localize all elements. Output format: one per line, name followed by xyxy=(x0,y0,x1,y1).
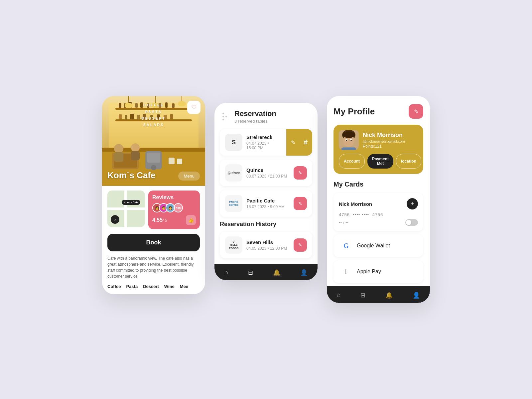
pacific-datetime: 16.07.2023 • 9:00 AM xyxy=(246,204,290,209)
my-cards-title: My Cards xyxy=(333,181,423,188)
dots-icon xyxy=(220,110,230,123)
credit-card-item: Nick Morrison + 4756 •••• •••• 4756 •• /… xyxy=(333,193,423,231)
menu-tags: Coffee Pasta Dessert Wine Mee xyxy=(107,284,200,289)
tag-more[interactable]: Mee xyxy=(180,284,188,289)
location-button[interactable]: location xyxy=(396,154,421,169)
streirereck-info: Streirereck 04.07.2023 • 15:00 PM xyxy=(246,134,279,150)
quince-datetime: 08.07.2023 • 21:00 PM xyxy=(246,174,290,179)
svg-rect-13 xyxy=(172,103,175,108)
svg-point-40 xyxy=(131,143,140,152)
card-top-row: Nick Morrison + xyxy=(339,198,418,209)
reservation-card-sevenhills: 7HILLSFOODS Seven Hills 04.05.2023 • 12:… xyxy=(220,232,312,258)
pacific-logo: PACIFICCOFFEE xyxy=(225,195,242,212)
cafe-hero-image: ♡ COFFEEPASTADESSERTSALADS Kom`s Cafe Me… xyxy=(102,96,205,186)
thumbs-up-button[interactable]: 👍 xyxy=(186,215,196,225)
avatar-more: +86 xyxy=(174,203,183,212)
streirereck-datetime: 04.07.2023 • 15:00 PM xyxy=(246,141,279,150)
nav3-bookmarks-icon[interactable]: ⊟ xyxy=(360,292,365,299)
screen-reservations: Reservation 3 reserved tables S Streirer… xyxy=(214,103,318,280)
nav3-profile-icon[interactable]: 👤 xyxy=(413,292,420,299)
svg-rect-7 xyxy=(135,103,138,108)
book-button[interactable]: Book xyxy=(107,234,200,251)
quince-info: Quince 08.07.2023 • 21:00 PM xyxy=(246,167,290,179)
map-background: Kom`s Cafe › xyxy=(107,191,145,227)
tag-coffee[interactable]: Coffee xyxy=(107,284,121,289)
profile-title: My Profile xyxy=(333,106,375,117)
sevenhills-edit-button[interactable]: ✎ xyxy=(294,238,307,252)
edit-profile-button[interactable]: ✎ xyxy=(409,104,423,119)
screen3-bottom-nav: ⌂ ⊟ 🔔 👤 xyxy=(327,286,430,303)
streirereck-logo: S xyxy=(225,134,242,151)
screen2-bottom-nav: ⌂ ⊟ 🔔 👤 xyxy=(214,264,318,280)
google-wallet-item[interactable]: G Google Wallet xyxy=(333,234,423,257)
svg-point-38 xyxy=(114,144,123,153)
reservation-card-streirereck: S Streirereck 04.07.2023 • 15:00 PM ✎ 🗑 xyxy=(220,129,312,156)
account-button[interactable]: Account xyxy=(339,154,365,169)
svg-rect-51 xyxy=(341,148,356,150)
apple-pay-label: Apple Pay xyxy=(357,269,381,275)
map-reviews-row: Kom`s Cafe › Reviews 👩 👨 👩 +86 xyxy=(107,191,200,229)
reservation-header-text: Reservation 3 reserved tables xyxy=(234,109,276,124)
quince-edit-button[interactable]: ✎ xyxy=(294,166,307,180)
svg-point-37 xyxy=(178,101,186,106)
quince-logo: Quince xyxy=(225,164,242,182)
svg-rect-30 xyxy=(169,158,175,164)
svg-point-33 xyxy=(125,103,133,108)
map-arrow-button[interactable]: › xyxy=(111,215,119,224)
history-title: Reservation History xyxy=(220,221,312,228)
tag-dessert[interactable]: Dessert xyxy=(143,284,159,289)
sevenhills-datetime: 04.05.2023 • 12:00 PM xyxy=(246,246,290,251)
nav-home-icon[interactable]: ⌂ xyxy=(224,269,228,276)
nav-bell-icon[interactable]: 🔔 xyxy=(273,269,280,276)
svg-rect-15 xyxy=(125,115,127,119)
menu-button[interactable]: Menu xyxy=(178,172,200,181)
map-road-vertical xyxy=(124,191,127,227)
card-toggle[interactable] xyxy=(405,219,418,226)
sevenhills-info: Seven Hills 04.05.2023 • 12:00 PM xyxy=(246,239,290,251)
profile-email: @nickmorrison.gmail.com xyxy=(363,139,405,143)
nav3-home-icon[interactable]: ⌂ xyxy=(337,292,340,299)
card-expiry: •• / •• xyxy=(339,220,348,225)
nav3-bell-icon[interactable]: 🔔 xyxy=(385,292,393,299)
svg-rect-22 xyxy=(170,114,173,119)
profile-avatar xyxy=(339,130,359,150)
google-wallet-icon: G xyxy=(340,240,352,252)
quince-name: Quince xyxy=(246,167,290,173)
nav-profile-icon[interactable]: 👤 xyxy=(300,269,308,276)
cafe-detail-body: Kom`s Cafe › Reviews 👩 👨 👩 +86 xyxy=(102,191,205,294)
screen-cafe-detail: ♡ COFFEEPASTADESSERTSALADS Kom`s Cafe Me… xyxy=(102,96,205,294)
pacific-edit-button[interactable]: ✎ xyxy=(294,197,307,210)
svg-rect-4 xyxy=(119,103,121,108)
reservation-card-quince: Quince Quince 08.07.2023 • 21:00 PM ✎ xyxy=(220,160,312,186)
svg-rect-17 xyxy=(137,115,140,119)
streirereck-delete-button[interactable]: 🗑 xyxy=(301,137,311,148)
svg-rect-41 xyxy=(131,151,140,160)
tag-wine[interactable]: Wine xyxy=(164,284,175,289)
reservation-subtitle: 3 reserved tables xyxy=(234,119,276,124)
svg-point-45 xyxy=(342,131,355,138)
payment-method-button[interactable]: Payment Met xyxy=(367,154,393,169)
profile-points: Points:121 xyxy=(363,144,405,149)
card-number: 4756 •••• •••• 4756 xyxy=(339,212,383,217)
add-card-button[interactable]: + xyxy=(407,198,418,209)
apple-pay-icon:  xyxy=(340,266,352,278)
reviews-section: Reviews 👩 👨 👩 +86 4.55/ 5 👍 xyxy=(148,191,200,229)
profile-info-row: Nick Morrison @nickmorrison.gmail.com Po… xyxy=(339,130,418,150)
sevenhills-logo: 7HILLSFOODS xyxy=(225,236,242,254)
map-section[interactable]: Kom`s Cafe › xyxy=(107,191,145,227)
profile-header: My Profile ✎ xyxy=(333,104,423,119)
screen-profile: My Profile ✎ xyxy=(327,96,430,303)
svg-point-48 xyxy=(346,140,347,141)
tag-pasta[interactable]: Pasta xyxy=(126,284,138,289)
card-holder-name: Nick Morrison xyxy=(339,201,372,207)
toggle-knob xyxy=(406,220,411,225)
sevenhills-name: Seven Hills xyxy=(246,239,290,245)
streirereck-edit-button[interactable]: ✎ xyxy=(288,137,298,148)
reservation-header: Reservation 3 reserved tables xyxy=(220,109,312,129)
apple-pay-item[interactable]:  Apple Pay xyxy=(333,260,423,283)
nav-bookmarks-icon[interactable]: ⊟ xyxy=(248,269,253,276)
favorite-button[interactable]: ♡ xyxy=(187,101,200,114)
svg-rect-39 xyxy=(114,152,123,162)
svg-point-29 xyxy=(151,165,156,170)
profile-action-buttons: Account Payment Met location xyxy=(339,154,418,169)
